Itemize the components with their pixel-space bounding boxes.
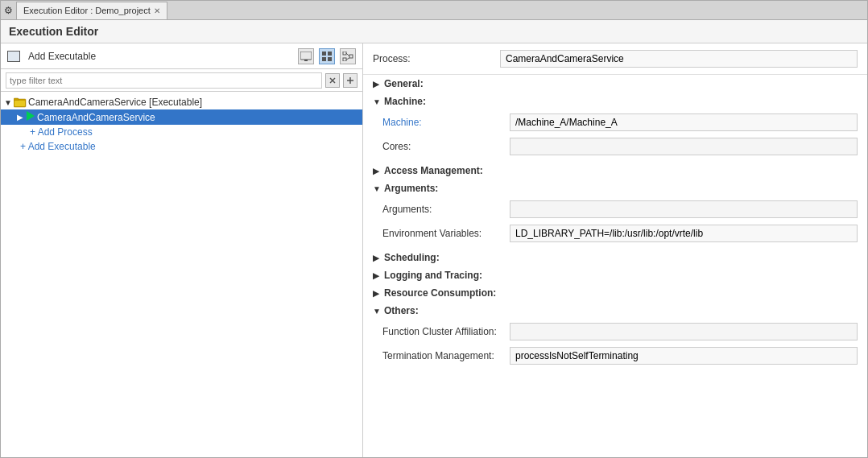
expand-all-button[interactable] [343,73,358,88]
child-toggle[interactable]: ▶ [17,113,27,122]
scheduling-section-label: Scheduling: [384,252,440,263]
tree-root-item[interactable]: ▼ CameraAndCameraService [Executable] [1,95,362,109]
logging-section-label: Logging and Tracing: [384,270,482,281]
editor-title: Execution Editor [1,20,867,43]
execution-editor-tab[interactable]: Execution Editor : Demo_project ✕ [16,2,167,19]
tree-child-item[interactable]: ▶ CameraAndCameraService [1,109,362,125]
section-general-header[interactable]: ▶ General: [363,75,867,93]
others-toggle-icon: ▼ [373,307,381,316]
machine-field-label[interactable]: Machine: [382,117,503,128]
access-section-label: Access Management: [384,165,483,176]
termination-management-label: Termination Management: [382,350,503,361]
arguments-toggle-icon: ▼ [373,184,381,193]
others-section-label: Others: [384,305,419,316]
section-arguments-header[interactable]: ▼ Arguments: [363,179,867,197]
filter-input[interactable] [6,72,322,89]
section-logging-header[interactable]: ▶ Logging and Tracing: [363,266,867,284]
svg-line-11 [346,58,349,60]
general-toggle-icon: ▶ [373,80,381,89]
termination-management-input[interactable] [510,347,858,365]
add-executable-item[interactable]: + Add Executable [1,139,362,154]
env-variables-field-input[interactable] [510,225,858,242]
filter-bar [1,69,362,92]
section-resource-header[interactable]: ▶ Resource Consumption: [363,284,867,302]
cores-field-row: Cores: [382,134,858,159]
hierarchy-icon [342,52,353,61]
termination-management-field-row: Termination Management: [382,344,858,368]
cores-field-label: Cores: [382,141,503,152]
child-label: CameraAndCameraService [37,112,155,123]
arguments-field-label: Arguments: [382,204,503,215]
add-process-link[interactable]: + Add Process [30,126,93,138]
svg-rect-3 [322,52,326,56]
root-folder-icon [14,97,27,108]
arguments-section-label: Arguments: [384,183,438,194]
machine-toggle-icon: ▼ [373,97,381,106]
root-toggle[interactable]: ▼ [4,98,14,107]
machine-section-label: Machine: [384,96,426,107]
tab-label: Execution Editor : Demo_project [23,6,151,15]
window: ⚙ Execution Editor : Demo_project ✕ Exec… [0,0,868,458]
logging-toggle-icon: ▶ [373,271,381,280]
collapse-icon [329,76,337,85]
grid-icon [322,52,332,61]
access-toggle-icon: ▶ [373,167,381,175]
right-panel: Process: ▶ General: ▼ Machine: Machine: … [363,43,867,457]
machine-field-input[interactable] [510,113,858,131]
tab-close-button[interactable]: ✕ [154,6,160,15]
svg-rect-18 [14,101,25,106]
arguments-field-input[interactable] [510,200,858,218]
add-executable-link[interactable]: + Add Executable [20,141,96,152]
svg-rect-17 [14,98,19,101]
process-value-input[interactable] [500,50,858,68]
others-section-body: Function Cluster Affiliation: Terminatio… [363,320,867,371]
process-arrow-icon [27,111,35,123]
toolbar: Add Executable [1,43,362,69]
monitor-view-button[interactable] [298,48,314,64]
machine-field-row: Machine: [382,110,858,134]
section-access-header[interactable]: ▶ Access Management: [363,162,867,179]
root-label: CameraAndCameraService [Executable] [28,97,202,108]
add-executable-label: Add Executable [28,51,96,62]
add-executable-icon [7,51,20,62]
process-field-label: Process: [373,53,494,64]
svg-rect-8 [343,58,346,61]
window-icon: ⚙ [4,5,13,16]
add-process-item[interactable]: + Add Process [1,125,362,139]
scheduling-toggle-icon: ▶ [373,254,381,262]
arguments-section-body: Arguments: Environment Variables: [363,197,867,249]
tab-bar: ⚙ Execution Editor : Demo_project ✕ [1,1,867,20]
process-header-row: Process: [363,43,867,75]
svg-rect-9 [349,55,353,58]
section-scheduling-header[interactable]: ▶ Scheduling: [363,249,867,266]
svg-rect-5 [322,57,326,61]
machine-section-body: Machine: Cores: [363,110,867,162]
svg-marker-19 [27,111,35,121]
resource-section-label: Resource Consumption: [384,287,496,299]
function-cluster-input[interactable] [510,323,858,340]
resource-toggle-icon: ▶ [373,289,381,298]
svg-rect-7 [343,52,346,55]
env-variables-field-label: Environment Variables: [382,228,503,239]
function-cluster-field-row: Function Cluster Affiliation: [382,320,858,344]
tree-area: ▼ CameraAndCameraService [Executable] ▶ [1,92,362,457]
editor-body: Add Executable [1,43,867,457]
expand-icon [346,76,354,85]
env-variables-field-row: Environment Variables: [382,221,858,246]
function-cluster-label: Function Cluster Affiliation: [382,326,503,337]
cores-field-input[interactable] [510,138,858,155]
monitor-icon [300,52,312,61]
hierarchy-view-button[interactable] [340,48,356,64]
svg-rect-0 [300,52,312,60]
section-others-header[interactable]: ▼ Others: [363,302,867,320]
arguments-field-row: Arguments: [382,197,858,221]
left-panel: Add Executable [1,43,363,457]
svg-rect-4 [328,52,332,56]
svg-line-10 [346,53,349,56]
svg-rect-6 [328,57,332,61]
collapse-all-button[interactable] [325,73,340,88]
grid-view-button[interactable] [319,48,335,64]
general-section-label: General: [384,78,424,89]
svg-rect-1 [304,60,308,61]
section-machine-header[interactable]: ▼ Machine: [363,93,867,110]
